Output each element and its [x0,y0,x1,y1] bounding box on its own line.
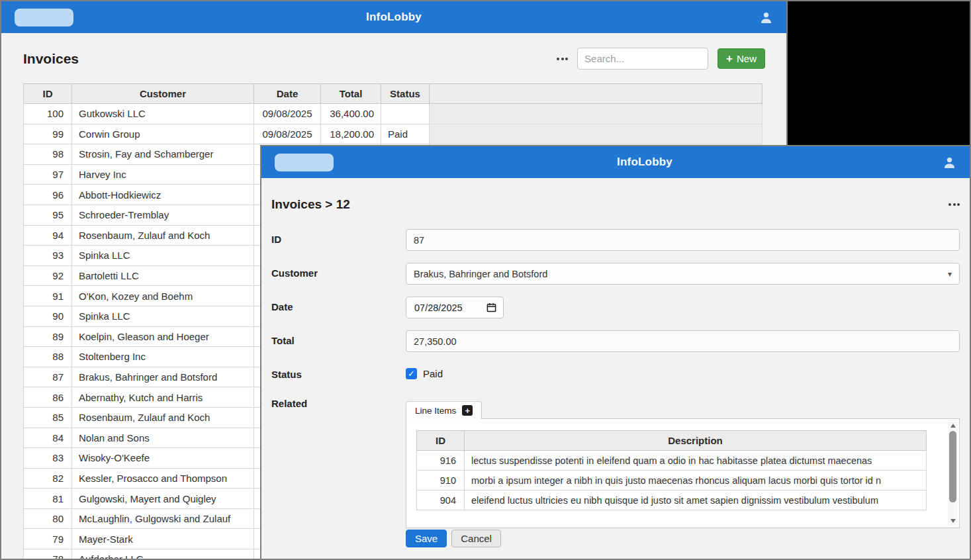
line-item-row-id[interactable]: 910 [417,471,465,490]
invoice-row-customer[interactable]: Corwin Group [72,124,254,144]
col-header-customer[interactable]: Customer [72,84,254,104]
customer-select[interactable]: Brakus, Bahringer and Botsford ▾ [406,263,960,285]
invoice-row-customer[interactable]: Nolan and Sons [72,428,254,448]
date-field-label: Date [271,297,406,318]
invoice-row-id[interactable]: 92 [24,265,72,286]
invoice-row-date[interactable]: 09/08/2025 [254,104,321,124]
app-header: InfoLobby [1,1,786,33]
scrollbar-thumb[interactable] [949,431,956,502]
col-header-description[interactable]: Description [465,431,927,451]
total-field[interactable] [406,330,960,352]
invoice-row-id[interactable]: 87 [24,367,72,387]
invoice-row-customer[interactable]: McLaughlin, Gulgowski and Zulauf [72,508,254,529]
invoice-row-customer[interactable]: Abernathy, Kutch and Harris [72,387,254,408]
line-item-row-description[interactable]: morbi a ipsum integer a nibh in quis jus… [465,471,927,490]
person-icon[interactable] [759,11,773,24]
invoice-row-total[interactable]: 36,400.00 [321,104,381,124]
new-button[interactable]: + New [717,48,765,69]
invoice-row-id[interactable]: 88 [24,347,72,367]
col-header-id[interactable]: ID [417,431,465,451]
paid-checkbox[interactable]: ✓ [406,368,417,379]
invoice-row-id[interactable]: 78 [24,549,72,560]
invoice-row-id[interactable]: 84 [24,428,72,448]
invoice-row-status[interactable] [381,104,430,124]
invoice-row-status[interactable]: Paid [381,124,430,144]
plus-icon: + [465,406,470,415]
invoice-row-customer[interactable]: Kessler, Prosacco and Thompson [72,468,254,489]
col-header-id[interactable]: ID [24,84,72,104]
invoice-row-id[interactable]: 93 [24,246,72,266]
scroll-up-icon[interactable] [948,420,958,430]
invoice-row-id[interactable]: 80 [24,508,72,529]
scroll-down-icon[interactable] [948,516,958,526]
related-section-label: Related [271,393,406,547]
date-field[interactable]: 07/28/2025 [406,297,504,318]
brand-logo[interactable] [15,9,73,26]
invoice-row-id[interactable]: 85 [24,407,72,428]
invoice-row-id[interactable]: 96 [24,185,72,205]
line-item-row[interactable]: 916lectus suspendisse potenti in eleifen… [417,451,927,471]
line-items-scrollbar[interactable] [948,420,958,526]
person-icon[interactable] [943,156,956,169]
line-item-row[interactable]: 904eleifend luctus ultricies eu nibh qui… [417,490,927,510]
invoice-row-id[interactable]: 95 [24,205,72,225]
invoice-row-date[interactable]: 09/08/2025 [254,124,321,144]
tab-line-items-label: Line Items [415,406,456,416]
invoice-row-customer[interactable]: Wisoky-O'Keefe [72,448,254,469]
customer-field-label: Customer [271,263,406,285]
invoice-row-id[interactable]: 97 [24,164,72,185]
invoice-row-id[interactable]: 81 [24,489,72,509]
invoice-row-customer[interactable]: Stoltenberg Inc [72,347,254,367]
invoice-row-customer[interactable]: Gulgowski, Mayert and Quigley [72,489,254,509]
line-items-panel: ID Description 916lectus suspendisse pot… [406,418,960,528]
invoice-row-id[interactable]: 90 [24,306,72,326]
tab-line-items[interactable]: Line Items + [406,401,482,419]
invoice-row-id[interactable]: 100 [24,104,72,124]
invoice-row-id[interactable]: 98 [24,144,72,165]
col-header-total[interactable]: Total [321,84,381,104]
line-item-row-description[interactable]: eleifend luctus ultricies eu nibh quisqu… [465,490,927,510]
invoice-row-customer[interactable]: Koelpin, Gleason and Hoeger [72,326,254,347]
line-item-row-id[interactable]: 904 [417,490,465,510]
save-button[interactable]: Save [406,530,447,547]
col-header-status[interactable]: Status [381,84,430,104]
invoice-row-customer[interactable]: Rosenbaum, Zulauf and Koch [72,225,254,246]
invoice-row[interactable]: 99Corwin Group09/08/202518,200.00Paid [24,124,763,144]
search-input[interactable] [577,48,708,70]
invoice-row-id[interactable]: 99 [24,124,72,144]
calendar-icon[interactable] [486,303,496,312]
add-line-item-icon[interactable]: + [462,405,473,416]
invoice-row-id[interactable]: 79 [24,529,72,549]
col-header-date[interactable]: Date [254,84,321,104]
invoice-row-customer[interactable]: Gutkowski LLC [72,104,254,124]
line-item-row[interactable]: 910morbi a ipsum integer a nibh in quis … [417,471,927,490]
invoice-row-customer[interactable]: Spinka LLC [72,306,254,326]
invoice-row-customer[interactable]: Brakus, Bahringer and Botsford [72,367,254,387]
invoice-row-customer[interactable]: Schroeder-Tremblay [72,205,254,225]
invoice-row[interactable]: 100Gutkowski LLC09/08/202536,400.00 [24,104,763,124]
invoice-row-id[interactable]: 94 [24,225,72,246]
invoice-row-customer[interactable]: Bartoletti LLC [72,265,254,286]
new-button-label: New [737,53,757,64]
invoice-row-id[interactable]: 86 [24,387,72,408]
ellipsis-menu-icon[interactable] [948,203,960,206]
invoice-row-customer[interactable]: Mayer-Stark [72,529,254,549]
invoice-row-id[interactable]: 83 [24,448,72,469]
invoice-row-customer[interactable]: O'Kon, Kozey and Boehm [72,286,254,306]
invoice-row-customer[interactable]: Rosenbaum, Zulauf and Koch [72,407,254,428]
invoice-row-customer[interactable]: Abbott-Hodkiewicz [72,185,254,205]
ellipsis-menu-icon[interactable] [557,58,568,60]
line-item-row-id[interactable]: 916 [417,451,465,471]
cancel-button[interactable]: Cancel [451,530,501,547]
invoice-row-id[interactable]: 82 [24,468,72,489]
invoice-row-total[interactable]: 18,200.00 [321,124,381,144]
invoice-row-customer[interactable]: Harvey Inc [72,164,254,185]
brand-logo[interactable] [275,154,334,171]
invoice-row-id[interactable]: 91 [24,286,72,306]
line-item-row-description[interactable]: lectus suspendisse potenti in eleifend q… [465,451,927,471]
id-field[interactable] [406,229,960,251]
invoice-row-customer[interactable]: Spinka LLC [72,246,254,266]
invoice-row-customer[interactable]: Aufderhar LLC [72,549,254,560]
invoice-row-id[interactable]: 89 [24,326,72,347]
invoice-row-customer[interactable]: Strosin, Fay and Schamberger [72,144,254,165]
